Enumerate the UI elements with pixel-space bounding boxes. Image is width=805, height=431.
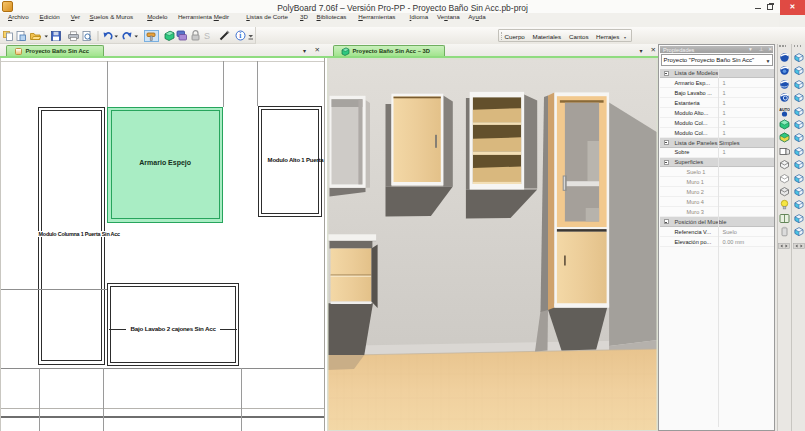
svg-text:i: i [239,31,241,40]
svg-text:AUTO: AUTO [779,107,790,111]
svg-text:S: S [204,31,210,41]
